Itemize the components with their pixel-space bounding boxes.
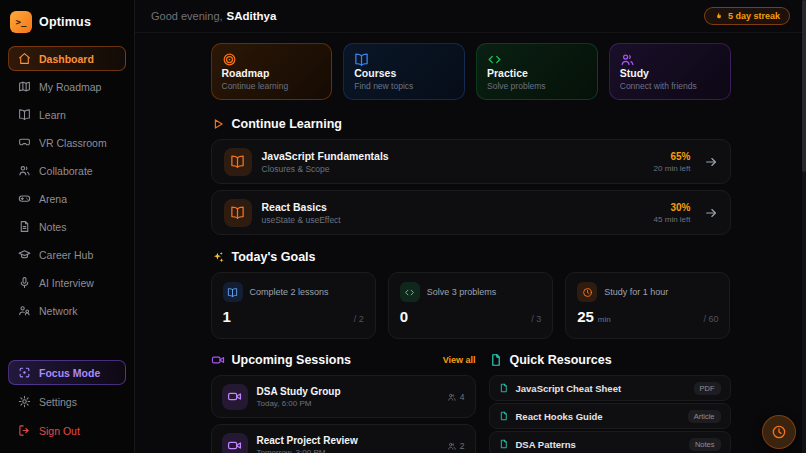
sidebar-item-career-hub[interactable]: Career Hub xyxy=(8,242,126,267)
sidebar-item-my-roadmap[interactable]: My Roadmap xyxy=(8,74,126,99)
sidebar-item-label: Collaborate xyxy=(39,165,93,177)
book-icon xyxy=(223,282,243,302)
quick-resources-panel: Quick Resources JavaScript Cheat Sheet P… xyxy=(489,353,731,453)
sidebar-item-learn[interactable]: Learn xyxy=(8,102,126,127)
session-card-react-project-review[interactable]: React Project Review Tomorrow, 3:00 PM 2 xyxy=(211,424,476,453)
file-icon xyxy=(499,383,509,393)
goal-label: Complete 2 lessons xyxy=(250,287,329,297)
continue-learning-heading: Continue Learning xyxy=(211,117,731,131)
quick-action-subtitle: Solve problems xyxy=(487,81,587,91)
resource-item-dsa-patterns[interactable]: DSA Patterns Notes xyxy=(489,431,731,453)
app-name: Optimus xyxy=(39,15,91,29)
course-time-left: 45 min left xyxy=(654,215,691,224)
users-icon xyxy=(447,392,457,402)
video-camera-icon xyxy=(211,353,225,367)
pomodoro-timer-button[interactable] xyxy=(762,415,796,449)
goal-card-problems: Solve 3 problems 0 / 3 xyxy=(388,272,553,339)
quick-action-courses[interactable]: Courses Find new topics xyxy=(343,43,465,100)
book-icon xyxy=(224,148,252,176)
sidebar-item-network[interactable]: Network xyxy=(8,298,126,323)
goal-current-value: 25 xyxy=(577,309,594,324)
resource-title: DSA Patterns xyxy=(516,439,576,450)
course-time-left: 20 min left xyxy=(654,164,691,173)
focus-crosshair-icon xyxy=(18,366,31,379)
sidebar-item-arena[interactable]: Arena xyxy=(8,186,126,211)
clock-icon xyxy=(577,282,597,302)
session-attendees: 2 xyxy=(447,441,465,451)
course-card-react-basics[interactable]: React Basics useState & useEffect 30% 45… xyxy=(211,190,731,235)
resource-type-badge: Article xyxy=(688,410,721,423)
file-icon xyxy=(499,411,509,421)
resource-item-react-hooks-guide[interactable]: React Hooks Guide Article xyxy=(489,403,731,429)
sidebar-item-notes[interactable]: Notes xyxy=(8,214,126,239)
resource-item-javascript-cheat-sheet[interactable]: JavaScript Cheat Sheet PDF xyxy=(489,375,731,401)
resource-type-badge: PDF xyxy=(694,382,721,395)
sidebar-item-label: Learn xyxy=(39,109,66,121)
sign-out-button[interactable]: Sign Out xyxy=(8,418,126,443)
scrollbar-thumb[interactable] xyxy=(802,0,806,172)
todays-goals-heading: Today's Goals xyxy=(211,250,731,264)
book-icon xyxy=(224,199,252,227)
streak-badge[interactable]: 5 day streak xyxy=(704,7,790,25)
sidebar-item-ai-interview[interactable]: AI Interview xyxy=(8,270,126,295)
focus-mode-button[interactable]: Focus Mode xyxy=(8,360,126,385)
view-all-link[interactable]: View all xyxy=(443,355,476,365)
flame-icon xyxy=(714,11,724,21)
section-title: Today's Goals xyxy=(232,250,316,264)
arrow-right-icon xyxy=(704,155,718,169)
sidebar: >_ Optimus Dashboard My Roadmap Learn VR… xyxy=(0,0,135,453)
book-open-icon xyxy=(354,52,369,67)
quick-action-roadmap[interactable]: Roadmap Continue learning xyxy=(211,43,333,100)
quick-action-study[interactable]: Study Connect with friends xyxy=(609,43,731,100)
scrollbar[interactable] xyxy=(802,0,806,453)
network-people-icon xyxy=(18,304,31,317)
upcoming-sessions-heading: Upcoming Sessions View all xyxy=(211,353,476,367)
sidebar-item-dashboard[interactable]: Dashboard xyxy=(8,46,126,71)
logout-icon xyxy=(18,424,31,437)
session-card-dsa-study-group[interactable]: DSA Study Group Today, 6:00 PM 4 xyxy=(211,375,476,418)
sidebar-nav: Dashboard My Roadmap Learn VR Classroom … xyxy=(8,46,126,323)
resource-list: JavaScript Cheat Sheet PDF React Hooks G… xyxy=(489,375,731,453)
username: SAdithya xyxy=(227,10,277,22)
goals-grid: Complete 2 lessons 1 / 2 xyxy=(211,272,731,339)
code-icon xyxy=(400,282,420,302)
goal-current-value: 1 xyxy=(223,309,231,324)
video-camera-icon xyxy=(222,433,248,453)
code-icon xyxy=(487,52,502,67)
app-window: >_ Optimus Dashboard My Roadmap Learn VR… xyxy=(0,0,806,453)
sidebar-item-label: VR Classroom xyxy=(39,137,107,149)
resource-title: JavaScript Cheat Sheet xyxy=(516,383,622,394)
sidebar-item-collaborate[interactable]: Collaborate xyxy=(8,158,126,183)
quick-action-subtitle: Continue learning xyxy=(222,81,322,91)
course-percent: 65% xyxy=(654,151,691,162)
session-list: DSA Study Group Today, 6:00 PM 4 xyxy=(211,375,476,453)
quick-actions: Roadmap Continue learning Courses Find n… xyxy=(211,43,731,100)
quick-action-title: Practice xyxy=(487,67,587,79)
course-subtitle: Closures & Scope xyxy=(262,164,644,174)
map-icon xyxy=(18,80,31,93)
sidebar-item-label: Notes xyxy=(39,221,66,233)
clock-icon xyxy=(771,424,787,440)
course-card-javascript-fundamentals[interactable]: JavaScript Fundamentals Closures & Scope… xyxy=(211,139,731,184)
goal-card-lessons: Complete 2 lessons 1 / 2 xyxy=(211,272,376,339)
goal-target: / 3 xyxy=(531,314,541,324)
main-area: Good evening,SAdithya 5 day streak Roadm… xyxy=(135,0,806,453)
file-icon xyxy=(499,439,509,449)
quick-action-practice[interactable]: Practice Solve problems xyxy=(476,43,598,100)
sidebar-bottom: Focus Mode Settings Sign Out xyxy=(8,360,126,443)
goal-current-value: 0 xyxy=(400,309,408,324)
app-logo: >_ Optimus xyxy=(8,9,126,46)
arrow-right-icon xyxy=(704,206,718,220)
play-icon xyxy=(211,117,225,131)
goal-card-study-time: Study for 1 hour 25 min / 60 xyxy=(565,272,730,339)
sidebar-item-label: Career Hub xyxy=(39,249,93,261)
session-title: DSA Study Group xyxy=(257,386,438,397)
session-attendees: 4 xyxy=(447,392,465,402)
settings-button[interactable]: Settings xyxy=(8,389,126,414)
sidebar-item-vr-classroom[interactable]: VR Classroom xyxy=(8,130,126,155)
section-title: Quick Resources xyxy=(510,353,612,367)
greeting-text: Good evening, xyxy=(151,10,223,22)
goal-label: Study for 1 hour xyxy=(604,287,668,297)
sidebar-item-label: Dashboard xyxy=(39,53,94,65)
dashboard-content: Roadmap Continue learning Courses Find n… xyxy=(135,33,806,453)
